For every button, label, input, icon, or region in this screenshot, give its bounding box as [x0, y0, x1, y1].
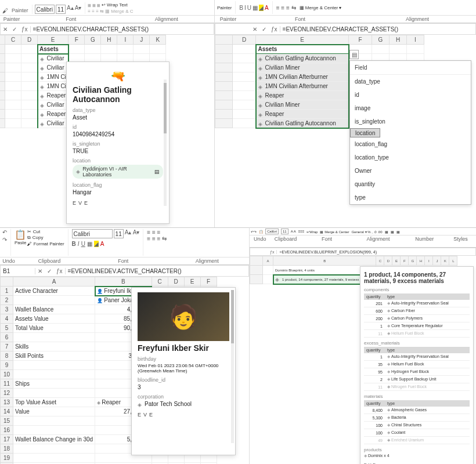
asset-cell[interactable]: Civiliar	[38, 119, 68, 128]
cell-a[interactable]	[13, 426, 95, 435]
insert-data-button[interactable]: ▤	[349, 50, 359, 59]
asset-cell[interactable]: Reaper	[38, 110, 68, 119]
field-item-location[interactable]: location	[350, 128, 380, 137]
cell-a[interactable]	[13, 444, 95, 454]
cell-a[interactable]	[13, 389, 95, 398]
formula-input[interactable]: =EVEONLINEDEV.CHARACTER_ASSETS()	[31, 26, 214, 32]
assets-header-cell[interactable]: Assets	[256, 45, 349, 54]
fill-color-icon[interactable]: ◢	[94, 241, 99, 247]
val-corp[interactable]: Pator Tech School	[145, 401, 192, 407]
accept-icon[interactable]: ✓	[259, 26, 269, 32]
cell-a[interactable]	[13, 416, 95, 426]
increase-font-icon[interactable]: A▴	[67, 5, 74, 14]
accept-icon[interactable]: ✓	[10, 26, 19, 32]
field-item-Owner[interactable]: Owner	[350, 164, 471, 177]
fx-icon[interactable]: ƒx	[268, 250, 277, 254]
cell-a[interactable]: Value	[13, 407, 95, 416]
paste-icon[interactable]: 📋	[15, 229, 26, 240]
fx-icon[interactable]: ƒx	[54, 268, 66, 274]
card-insert-icon[interactable]: ▤	[154, 169, 160, 175]
bold-icon[interactable]: B	[239, 5, 243, 11]
align-mid-icon[interactable]: ≡	[92, 2, 96, 9]
assets-header-cell[interactable]: Assets	[38, 45, 68, 54]
field-item-data_type[interactable]: data_type	[350, 75, 471, 88]
bold-icon[interactable]: B	[72, 241, 76, 247]
asset-cell[interactable]: Civilian Gatling Autocannon	[256, 54, 349, 63]
field-item-id[interactable]: id	[350, 88, 471, 102]
asset-cell[interactable]: 1MN Ci	[38, 72, 68, 82]
formula-input[interactable]: =EVEONLINEDEV.BLUEPRINT_EXPLOSION(999, 4…	[277, 250, 475, 254]
asset-cell[interactable]: Reaper	[256, 110, 349, 119]
merge-center-button[interactable]: ▦ Merge & C	[105, 9, 133, 14]
asset-cell[interactable]: Civilian Gatling Autocannon	[256, 119, 349, 128]
cell-a[interactable]: Skill Points	[13, 351, 95, 361]
cancel-icon[interactable]: ✕	[250, 26, 259, 32]
cell-a[interactable]: Assets Value	[13, 314, 95, 324]
cell-a[interactable]	[13, 370, 95, 379]
align-top-icon[interactable]: ≡	[88, 2, 91, 9]
cell-a[interactable]: Top Value Asset	[13, 398, 95, 407]
align-bot-icon[interactable]: ≡	[97, 2, 100, 9]
val-location-badge[interactable]: Ryddinjorn VI - AIR Laboratories ▤	[73, 165, 163, 179]
asset-cell[interactable]: 1MN Civilian Afterburner	[256, 82, 349, 91]
border-icon[interactable]: ▦	[253, 5, 258, 11]
italic-icon[interactable]: I	[244, 5, 246, 11]
undo-icon[interactable]: ↶↷	[251, 230, 257, 234]
italic-icon[interactable]: I	[78, 241, 80, 247]
fill-color-icon[interactable]: ◢	[259, 5, 264, 11]
underline-icon[interactable]: U	[81, 241, 85, 247]
font-size-select[interactable]: 11	[281, 229, 289, 234]
cell-a[interactable]: Active Character	[13, 287, 95, 296]
field-item-location_flag[interactable]: location_flag	[350, 137, 471, 151]
underline-icon[interactable]: U	[247, 5, 251, 11]
format-table-button[interactable]: ▦	[391, 230, 394, 234]
undo-icon[interactable]: ↶	[2, 229, 7, 235]
cut-button[interactable]: ✂ Cut	[27, 229, 64, 234]
merge-center-button[interactable]: ▦ Merge & Center ▾	[300, 5, 342, 10]
format-painter-icon[interactable]: 🖌	[2, 8, 8, 14]
font-size-select[interactable]: 11	[114, 229, 124, 238]
cell-a[interactable]	[13, 454, 95, 463]
name-box[interactable]: B1	[1, 268, 35, 274]
asset-cell[interactable]: Civilian Miner	[256, 100, 349, 110]
redo-icon[interactable]: ↷	[2, 237, 7, 243]
asset-cell[interactable]: 1MN Civilian Afterburner	[256, 72, 349, 82]
font-name-select[interactable]: Calibri	[265, 229, 279, 234]
font-color-icon[interactable]: A	[100, 241, 104, 247]
cell-a[interactable]	[13, 296, 95, 305]
font-color-icon[interactable]: A	[265, 5, 269, 11]
cell-a[interactable]: Skills	[13, 342, 95, 351]
border-icon[interactable]: ▦	[87, 241, 92, 247]
field-item-type[interactable]: type	[350, 191, 471, 204]
decrease-font-icon[interactable]: A▾	[75, 5, 82, 14]
card-scrollbar[interactable]	[164, 79, 167, 206]
field-item-is_singleton[interactable]: is_singleton	[350, 115, 471, 128]
cell-a[interactable]: Wallet Balance Change in 30d	[13, 435, 95, 444]
wrap-text-button[interactable]: ↩ Wrap Text	[102, 2, 128, 9]
font-size-select[interactable]: 11	[56, 5, 66, 14]
fx-icon[interactable]: ƒx	[269, 26, 280, 32]
asset-cell[interactable]: 1MN Ci	[38, 82, 68, 91]
formula-input[interactable]: =EVEONLINEDEV.ACTIVE_CHARACTER()	[66, 268, 248, 274]
accept-icon[interactable]: ✓	[45, 268, 54, 274]
asset-cell[interactable]: Civiliar	[38, 63, 68, 72]
asset-cell[interactable]: Civilian Miner	[256, 63, 349, 72]
copy-button[interactable]: ⧉ Copy	[27, 235, 64, 241]
asset-cell[interactable]: Reaper	[256, 91, 349, 100]
format-painter-button[interactable]: 🖌 Format Painter	[27, 241, 64, 246]
font-name-select[interactable]: Calibri	[72, 229, 113, 238]
cancel-icon[interactable]: ✕	[35, 268, 45, 274]
asset-cell[interactable]: Civiliar	[38, 100, 68, 110]
asset-cell[interactable]: Civiliar	[38, 54, 68, 63]
asset-cell[interactable]: Reaper	[38, 91, 68, 100]
card-scrollbar[interactable]	[231, 290, 234, 443]
cancel-icon[interactable]: ✕	[1, 26, 10, 32]
paste-icon[interactable]: 📋	[259, 230, 263, 234]
cell-a[interactable]	[13, 333, 95, 342]
cell-a[interactable]: Total Value	[13, 324, 95, 333]
cell-a[interactable]: Wallet Balance	[13, 305, 95, 314]
field-item-location_type[interactable]: location_type	[350, 151, 471, 164]
font-name-select[interactable]: Calibri	[35, 5, 55, 14]
cell-a[interactable]	[13, 361, 95, 370]
cond-format-button[interactable]: ▦	[385, 230, 388, 234]
